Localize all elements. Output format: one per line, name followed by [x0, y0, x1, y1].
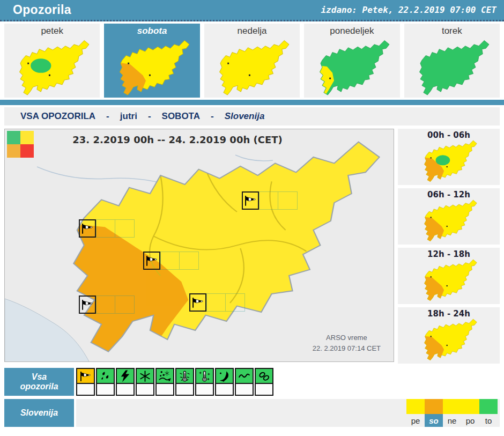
warning-type-sleet[interactable] [155, 368, 174, 396]
slovenia-map-graphic [5, 129, 394, 362]
map-attribution: ARSO vreme 22. 2.2019 07:14 CET [313, 332, 381, 354]
windsock-icon [143, 252, 160, 270]
severity-red-swatch [20, 144, 34, 158]
legend-day-pe: pe [406, 399, 425, 427]
legend-swatch [443, 399, 461, 414]
mini-map-petek [4, 38, 100, 98]
severity-orange-swatch [7, 144, 20, 158]
warning-count-cell [196, 384, 213, 392]
empty-warning-cell [115, 219, 135, 238]
wind-warning-marker-nw [79, 219, 135, 238]
day-legend: pe so ne po to [406, 399, 498, 427]
legend-day-po: po [461, 399, 479, 427]
warning-count-cell [157, 384, 173, 392]
tab-nedelja[interactable]: nedelja [204, 24, 300, 98]
warning-type-ice[interactable] [255, 368, 273, 396]
breadcrumb-all-warnings: VSA OPOZORILA [20, 111, 95, 122]
tab-ponedeljek[interactable]: ponedeljek [304, 24, 399, 98]
windsock-icon [77, 369, 94, 384]
windsock-icon [242, 191, 259, 210]
attribution-source: ARSO vreme [313, 332, 381, 343]
mini-map-12-18 [401, 259, 497, 302]
warning-count-cell [216, 384, 233, 392]
hot-thermometer-icon [176, 369, 193, 384]
warning-type-snow[interactable] [136, 368, 154, 396]
empty-warning-cell [96, 295, 115, 314]
wind-warning-marker-center [143, 252, 199, 270]
region-strip: pe so ne po to [76, 399, 500, 427]
legend-day-label[interactable]: to [479, 414, 498, 427]
region-button[interactable]: Slovenija [4, 399, 74, 427]
region-row: Slovenija pe so ne po to [4, 399, 500, 427]
warning-type-wind[interactable] [76, 368, 95, 396]
windsock-icon [79, 219, 96, 238]
legend-day-ne: ne [443, 399, 461, 427]
warning-types-row: Vsa opozorila [4, 368, 500, 396]
time-cell-12-18[interactable]: 12h - 18h [398, 248, 500, 304]
empty-warning-cell [160, 252, 180, 270]
validity-period: 23. 2.2019 00h -- 24. 2.2019 00h (CET) [38, 134, 317, 145]
legend-day-label[interactable]: po [461, 414, 479, 427]
warning-type-strip [76, 368, 273, 396]
wind-warning-marker-south [189, 293, 245, 312]
cold-thermometer-icon [196, 369, 213, 384]
severity-yellow-swatch [20, 131, 34, 144]
attribution-timestamp: 22. 2.2019 07:14 CET [313, 343, 381, 354]
warning-count-cell [256, 384, 272, 392]
warning-type-snow-drift[interactable] [215, 368, 234, 396]
empty-warning-cell [180, 252, 199, 270]
legend-day-label[interactable]: ne [443, 414, 461, 427]
tab-label: sobota [104, 24, 199, 38]
warning-type-sea-waves[interactable] [235, 368, 254, 396]
legend-swatch [479, 399, 498, 414]
wind-warning-marker-sw [79, 295, 135, 314]
warning-count-cell [77, 384, 94, 392]
time-cell-00-06[interactable]: 00h - 06h [398, 129, 500, 185]
time-cell-06-12[interactable]: 06h - 12h [398, 188, 500, 245]
time-cell-18-24[interactable]: 18h - 24h [398, 307, 500, 364]
lightning-icon [117, 369, 134, 384]
breadcrumb-when: jutri [120, 111, 137, 122]
empty-warning-cell [226, 293, 245, 312]
day-tabs: petek sobota nedelja [0, 24, 504, 98]
tab-petek[interactable]: petek [4, 24, 100, 98]
warning-type-thunderstorm[interactable] [116, 368, 135, 396]
breadcrumb-day: SOBOTA [162, 111, 200, 122]
all-warnings-button[interactable]: Vsa opozorila [4, 368, 74, 396]
mini-map-18-24 [401, 319, 497, 361]
mini-map-torek [404, 38, 500, 98]
warning-type-rain[interactable] [96, 368, 115, 396]
tab-label: petek [4, 24, 100, 38]
time-range-label: 00h - 06h [398, 130, 500, 140]
tab-torek[interactable]: torek [404, 24, 500, 98]
tab-label: torek [404, 24, 500, 38]
mini-map-06-12 [401, 199, 497, 242]
sleet-icon [157, 369, 173, 384]
legend-day-label[interactable]: so [425, 414, 443, 427]
page-title: Opozorila [13, 3, 71, 17]
app-header: Opozorila izdano: Petek, 22.2.2019 07:00… [0, 0, 504, 21]
legend-swatch [461, 399, 479, 414]
legend-day-label[interactable]: pe [406, 414, 425, 427]
legend-swatch [425, 399, 443, 414]
warning-count-cell [117, 384, 134, 392]
breadcrumb-region: Slovenija [225, 111, 265, 122]
legend-day-to: to [479, 399, 498, 427]
content: 23. 2.2019 00h -- 24. 2.2019 00h (CET) [4, 129, 500, 364]
breadcrumb-separator: - [106, 111, 109, 122]
warning-count-cell [236, 384, 253, 392]
windsock-icon [189, 293, 206, 312]
breadcrumb-separator: - [211, 111, 214, 122]
time-range-label: 12h - 18h [398, 249, 500, 259]
warning-type-heat[interactable] [175, 368, 194, 396]
mini-map-ponedeljek [304, 38, 399, 98]
raindrops-icon [97, 369, 114, 384]
legend-swatch [406, 399, 425, 414]
breadcrumb-separator: - [148, 111, 151, 122]
breadcrumb: VSA OPOZORILA - jutri - SOBOTA - Sloveni… [4, 107, 500, 125]
warning-count-cell [176, 384, 193, 392]
severity-color-legend [7, 131, 34, 158]
tab-sobota[interactable]: sobota [104, 24, 199, 98]
time-interval-sidebar: 00h - 06h 06h - 12h 12h - 18h [398, 129, 500, 364]
warning-type-cold[interactable] [195, 368, 214, 396]
